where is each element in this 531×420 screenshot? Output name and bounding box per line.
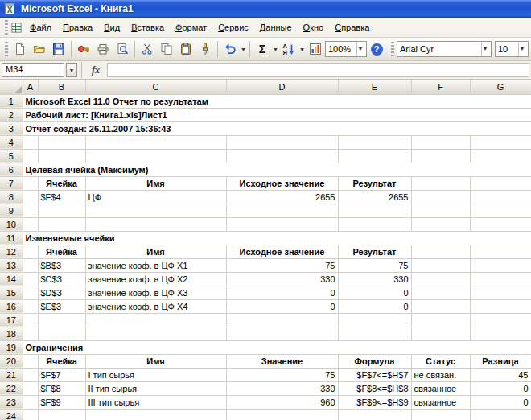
cell-B18[interactable] [38,327,85,340]
cell-A12[interactable] [23,245,38,258]
cell-C23[interactable]: III тип сырья [85,395,226,409]
cell-D12[interactable]: Исходное значение [226,245,338,258]
permission-button[interactable] [74,40,93,58]
cell-A11[interactable]: Изменяемые ячейки [23,231,531,245]
row-header-4[interactable]: 4 [0,135,23,149]
cell-E17[interactable] [338,313,411,327]
cell-C9[interactable] [85,204,226,217]
cell-C17[interactable] [85,313,226,327]
cell-D23[interactable]: 960 [226,395,338,409]
cell-F10[interactable] [411,217,470,231]
cell-G22[interactable]: 0 [470,381,531,395]
name-box-dropdown-arrow[interactable]: ▼ [66,63,77,77]
cell-C4[interactable] [85,135,226,149]
cell-D22[interactable]: 330 [226,381,338,395]
row-header-19[interactable]: 19 [0,340,23,354]
cell-G10[interactable] [470,217,531,231]
row-header-16[interactable]: 16 [0,299,23,313]
cell-F22[interactable]: связанное [411,381,470,395]
cell-B14[interactable]: $C$3 [38,272,85,286]
row-header-17[interactable]: 17 [0,313,23,327]
cell-G7[interactable] [470,176,531,190]
cell-C16[interactable]: значение коэф. в ЦФ X4 [85,299,226,313]
cell-A8[interactable] [23,190,38,204]
cell-A18[interactable] [23,327,38,340]
cell-A17[interactable] [23,313,38,327]
font-name-dropdown-arrow[interactable]: ▼ [481,42,488,56]
cell-G18[interactable] [470,327,531,340]
cell-C7[interactable]: Имя [85,176,226,190]
cell-A3[interactable]: Отчет создан: 26.11.2007 15:36:43 [23,121,531,135]
row-header-8[interactable]: 8 [0,190,23,204]
cell-F15[interactable] [411,286,470,299]
cell-C18[interactable] [85,327,226,340]
cell-A22[interactable] [23,381,38,395]
cell-F20[interactable]: Статус [411,354,470,368]
cell-C13[interactable]: значение коэф. в ЦФ X1 [85,258,226,272]
cell-G16[interactable] [470,299,531,313]
cell-A10[interactable] [23,217,38,231]
row-header-20[interactable]: 20 [0,354,23,368]
cell-G8[interactable] [470,190,531,204]
cell-B12[interactable]: Ячейка [38,245,85,258]
cell-A2[interactable]: Рабочий лист: [Книга1.xls]Лист1 [23,108,531,121]
cell-D21[interactable]: 75 [226,368,338,381]
cell-E14[interactable]: 330 [338,272,411,286]
column-header-D[interactable]: D [226,80,338,94]
cell-B17[interactable] [38,313,85,327]
cell-G23[interactable]: 0 [470,395,531,409]
cell-F4[interactable] [411,135,470,149]
font-size-dropdown-arrow[interactable]: ▼ [518,42,525,56]
cell-F14[interactable] [411,272,470,286]
cell-E5[interactable] [338,149,411,163]
cell-G20[interactable]: Разница [470,354,531,368]
cell-D14[interactable]: 330 [226,272,338,286]
cell-C10[interactable] [85,217,226,231]
cell-G5[interactable] [470,149,531,163]
cell-G9[interactable] [470,204,531,217]
cell-B21[interactable]: $F$7 [38,368,85,381]
cell-D24[interactable] [226,409,338,420]
help-button[interactable]: ? [367,40,386,58]
cell-A21[interactable] [23,368,38,381]
cell-E16[interactable]: 0 [338,299,411,313]
cell-G4[interactable] [470,135,531,149]
cell-E8[interactable]: 2655 [338,190,411,204]
column-header-A[interactable]: A [23,80,38,94]
cell-B5[interactable] [38,149,85,163]
sort-ascending-button[interactable]: АЯ [279,40,298,58]
cell-A24[interactable] [23,409,38,420]
insert-function-button[interactable]: fx [86,63,105,77]
row-header-24[interactable]: 24 [0,409,23,420]
menu-item-7[interactable]: Данные [254,19,298,35]
cell-B20[interactable]: Ячейка [38,354,85,368]
cell-B15[interactable]: $D$3 [38,286,85,299]
cell-C12[interactable]: Имя [85,245,226,258]
cell-A16[interactable] [23,299,38,313]
cell-B4[interactable] [38,135,85,149]
zoom-combobox[interactable]: 100%▼ [325,41,367,57]
menu-item-9[interactable]: Справка [329,19,375,35]
cell-D10[interactable] [226,217,338,231]
row-header-1[interactable]: 1 [0,94,23,108]
undo-dropdown-arrow[interactable]: ▼ [240,47,247,52]
cut-button[interactable] [138,40,157,58]
cell-C8[interactable]: ЦФ [85,190,226,204]
menubar-grip[interactable] [5,20,8,35]
cell-G12[interactable] [470,245,531,258]
cell-C22[interactable]: II тип сырья [85,381,226,395]
cell-D5[interactable] [226,149,338,163]
cell-E13[interactable]: 75 [338,258,411,272]
menu-item-3[interactable]: Вид [98,19,126,35]
cell-A13[interactable] [23,258,38,272]
menu-item-5[interactable]: Формат [170,19,212,35]
cell-F18[interactable] [411,327,470,340]
select-all-corner[interactable] [0,80,23,94]
cell-D7[interactable]: Исходное значение [226,176,338,190]
undo-button[interactable] [220,40,240,58]
row-header-15[interactable]: 15 [0,286,23,299]
cell-E4[interactable] [338,135,411,149]
cell-E22[interactable]: $F$8<=$H$8 [338,381,411,395]
cell-E12[interactable]: Результат [338,245,411,258]
cell-D8[interactable]: 2655 [226,190,338,204]
